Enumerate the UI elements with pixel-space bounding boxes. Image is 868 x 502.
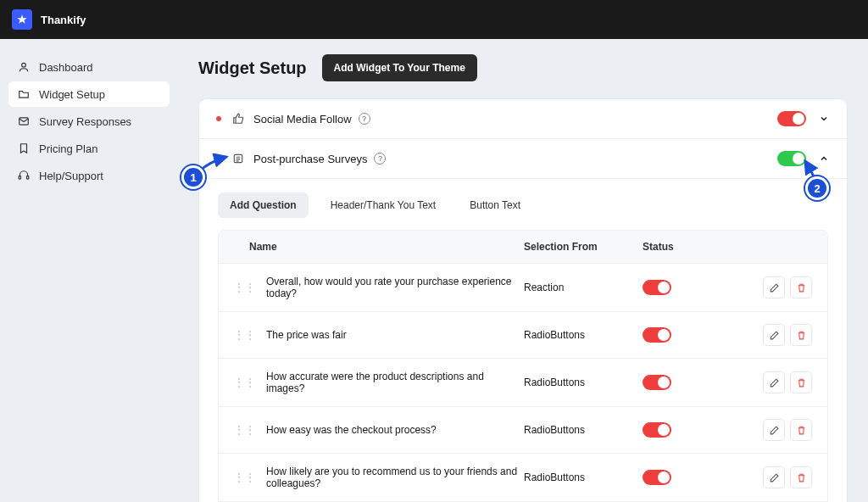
selection-from: RadioButtons: [524, 376, 643, 388]
delete-button[interactable]: [790, 324, 812, 346]
question-name: How accurate were the product descriptio…: [266, 371, 524, 394]
selection-from: RadioButtons: [524, 329, 643, 341]
sidebar-item-widget-setup[interactable]: Widget Setup: [8, 81, 170, 107]
brand-logo: [12, 9, 32, 30]
brand-name: Thankify: [41, 14, 86, 26]
sidebar-item-label: Help/Support: [39, 170, 103, 182]
selection-from: RadioButtons: [524, 424, 643, 436]
headset-icon: [17, 169, 31, 182]
status-dot: [216, 116, 221, 121]
header-status: Status: [643, 241, 744, 253]
question-toggle[interactable]: [643, 327, 671, 343]
drag-handle-icon[interactable]: ⋮⋮: [234, 424, 256, 436]
edit-button[interactable]: [763, 276, 785, 298]
header-selection: Selection From: [524, 241, 643, 253]
svg-rect-2: [19, 176, 20, 180]
tab-add-question[interactable]: Add Question: [218, 192, 309, 218]
selection-from: RadioButtons: [524, 471, 643, 483]
question-toggle[interactable]: [643, 375, 671, 390]
sidebar-item-label: Survey Responses: [39, 115, 131, 128]
main-content: Widget Setup Add Widget To Your Theme So…: [178, 39, 868, 502]
bookmark-icon: [17, 142, 31, 155]
question-name: How easy was the checkout process?: [266, 424, 524, 436]
table-row: ⋮⋮The price was fairRadioButtons: [219, 311, 827, 358]
section-social-media-follow[interactable]: Social Media Follow ?: [199, 99, 847, 139]
sidebar: Dashboard Widget Setup Survey Responses …: [0, 39, 178, 502]
table-header: Name Selection From Status: [219, 231, 827, 263]
drag-handle-icon[interactable]: ⋮⋮: [234, 329, 256, 341]
sidebar-item-dashboard[interactable]: Dashboard: [8, 54, 170, 80]
question-toggle[interactable]: [643, 470, 671, 485]
folder-icon: [17, 87, 31, 101]
delete-button[interactable]: [790, 371, 812, 393]
topbar: Thankify: [0, 0, 868, 39]
annotation-badge-1: 1: [181, 165, 205, 189]
panel-tabs: Add Question Header/Thank You Text Butto…: [199, 192, 847, 230]
question-toggle[interactable]: [643, 422, 671, 438]
section-label: Post-purchase Surveys: [253, 153, 367, 165]
delete-button[interactable]: [790, 466, 812, 488]
sidebar-item-label: Dashboard: [39, 61, 93, 74]
user-icon: [17, 60, 31, 74]
sidebar-item-pricing-plan[interactable]: Pricing Plan: [8, 136, 170, 161]
section-toggle[interactable]: [777, 111, 806, 126]
edit-button[interactable]: [763, 466, 785, 488]
annotation-badge-2: 2: [805, 176, 829, 200]
question-toggle[interactable]: [643, 280, 671, 295]
survey-icon: [231, 152, 245, 165]
sidebar-item-survey-responses[interactable]: Survey Responses: [8, 109, 170, 134]
delete-button[interactable]: [790, 419, 812, 441]
questions-table: Name Selection From Status ⋮⋮Overall, ho…: [218, 230, 828, 502]
drag-handle-icon[interactable]: ⋮⋮: [234, 471, 256, 483]
edit-button[interactable]: [763, 371, 785, 393]
question-name: Overall, how would you rate your purchas…: [266, 276, 524, 299]
edit-button[interactable]: [763, 324, 785, 346]
table-row: ⋮⋮How likely are you to recommend us to …: [219, 453, 827, 501]
sidebar-item-label: Pricing Plan: [39, 142, 97, 155]
sidebar-item-label: Widget Setup: [39, 88, 105, 101]
mail-icon: [17, 114, 31, 128]
section-label: Social Media Follow: [253, 113, 352, 126]
sidebar-item-help-support[interactable]: Help/Support: [8, 163, 170, 188]
page-title: Widget Setup: [198, 59, 307, 78]
add-widget-button[interactable]: Add Widget To Your Theme: [322, 54, 477, 81]
chevron-down-icon[interactable]: [818, 113, 830, 125]
edit-button[interactable]: [763, 419, 785, 441]
table-row: ⋮⋮Overall, how would you rate your purch…: [219, 263, 827, 311]
svg-point-0: [22, 63, 26, 67]
thumbs-up-icon: [231, 112, 245, 126]
question-name: How likely are you to recommend us to yo…: [266, 466, 524, 489]
help-icon[interactable]: ?: [359, 113, 370, 125]
drag-handle-icon[interactable]: ⋮⋮: [234, 282, 256, 293]
survey-panel: Add Question Header/Thank You Text Butto…: [199, 179, 847, 502]
svg-rect-3: [27, 176, 29, 180]
tab-header-thank-you[interactable]: Header/Thank You Text: [319, 192, 448, 218]
drag-handle-icon[interactable]: ⋮⋮: [234, 376, 256, 388]
selection-from: Reaction: [524, 282, 643, 293]
section-post-purchase-surveys[interactable]: Post-purchase Surveys ?: [199, 139, 847, 179]
delete-button[interactable]: [790, 276, 812, 298]
widget-sections-card: Social Media Follow ? Post-purchase Surv…: [198, 98, 848, 502]
tab-button-text[interactable]: Button Text: [458, 192, 532, 218]
table-row: ⋮⋮How easy was the checkout process?Radi…: [219, 406, 827, 453]
help-icon[interactable]: ?: [374, 153, 386, 165]
table-row: ⋮⋮How accurate were the product descript…: [219, 358, 827, 406]
header-name: Name: [234, 241, 524, 253]
question-name: The price was fair: [266, 329, 524, 341]
